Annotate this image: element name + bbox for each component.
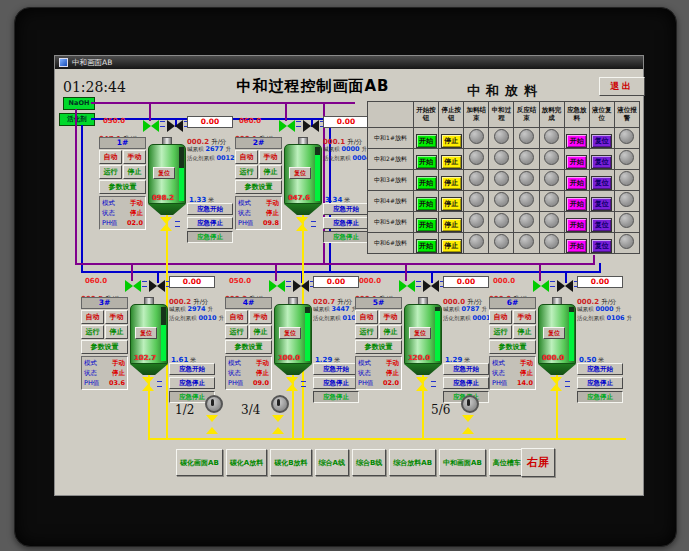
stop-button[interactable]: 停止 <box>123 165 146 179</box>
drain-valve-icon[interactable] <box>286 377 299 391</box>
emergency-discharge-button[interactable]: 开始 <box>566 134 587 148</box>
alkali-valve-icon[interactable] <box>269 280 285 293</box>
emergency-stop-button[interactable]: 应急停止 <box>323 217 369 229</box>
emergency-discharge-button[interactable]: 开始 <box>566 176 587 190</box>
emergency-stop-indicator[interactable]: 应急停止 <box>313 391 359 403</box>
emergency-start-button[interactable]: 应急开始 <box>443 363 489 375</box>
activator-valve-icon[interactable] <box>293 280 309 293</box>
emergency-stop-button[interactable]: 应急停止 <box>313 377 359 389</box>
run-button[interactable]: 运行 <box>225 325 248 339</box>
emergency-stop-indicator[interactable]: 应急停止 <box>577 391 623 403</box>
tank-reset-button[interactable]: 复位 <box>153 167 175 179</box>
nav-button[interactable]: 综合A线 <box>315 449 349 476</box>
auto-button[interactable]: 自动 <box>99 150 122 164</box>
alkali-valve-icon[interactable] <box>399 280 415 293</box>
pump-icon[interactable] <box>271 395 289 413</box>
auto-button[interactable]: 自动 <box>235 150 258 164</box>
params-button[interactable]: 参数设置 <box>81 340 128 354</box>
exit-button[interactable]: 退出 <box>599 77 645 96</box>
drain-valve-icon[interactable] <box>296 217 309 231</box>
emergency-discharge-button[interactable]: 开始 <box>566 239 587 253</box>
stop-button[interactable]: 停止 <box>513 325 536 339</box>
auto-button[interactable]: 自动 <box>225 310 248 324</box>
nav-button[interactable]: 综合B线 <box>352 449 386 476</box>
emergency-start-button[interactable]: 应急开始 <box>313 363 359 375</box>
stop-button[interactable]: 停止 <box>105 325 128 339</box>
emergency-stop-button[interactable]: 应急停止 <box>443 377 489 389</box>
activator-valve-icon[interactable] <box>557 280 573 293</box>
tank-reset-button[interactable]: 复位 <box>135 327 157 339</box>
emergency-stop-button[interactable]: 应急停止 <box>187 217 233 229</box>
level-reset-button[interactable]: 复位 <box>591 176 612 190</box>
emergency-stop-button[interactable]: 应急停止 <box>577 377 623 389</box>
start-button[interactable]: 开始 <box>416 176 437 190</box>
start-button[interactable]: 开始 <box>416 197 437 211</box>
alkali-valve-icon[interactable] <box>533 280 549 293</box>
tank-reset-button[interactable]: 复位 <box>279 327 301 339</box>
auto-button[interactable]: 自动 <box>81 310 104 324</box>
emergency-discharge-button[interactable]: 开始 <box>566 197 587 211</box>
emergency-start-button[interactable]: 应急开始 <box>187 203 233 215</box>
stop-button[interactable]: 停止 <box>441 218 462 232</box>
drain-valve-icon[interactable] <box>550 377 563 391</box>
run-button[interactable]: 运行 <box>235 165 258 179</box>
run-button[interactable]: 运行 <box>489 325 512 339</box>
start-button[interactable]: 开始 <box>416 155 437 169</box>
emergency-stop-indicator[interactable]: 应急停止 <box>187 231 233 243</box>
alkali-valve-icon[interactable] <box>125 280 141 293</box>
stop-button[interactable]: 停止 <box>379 325 402 339</box>
start-button[interactable]: 开始 <box>416 218 437 232</box>
auto-button[interactable]: 自动 <box>489 310 512 324</box>
pump-icon[interactable] <box>461 395 479 413</box>
level-reset-button[interactable]: 复位 <box>591 197 612 211</box>
tank-reset-button[interactable]: 复位 <box>543 327 565 339</box>
emergency-discharge-button[interactable]: 开始 <box>566 218 587 232</box>
emergency-stop-button[interactable]: 应急停止 <box>169 377 215 389</box>
tank-reset-button[interactable]: 复位 <box>409 327 431 339</box>
stop-button[interactable]: 停止 <box>441 239 462 253</box>
stop-button[interactable]: 停止 <box>249 325 272 339</box>
tank-reset-button[interactable]: 复位 <box>289 167 311 179</box>
stop-button[interactable]: 停止 <box>441 176 462 190</box>
run-button[interactable]: 运行 <box>99 165 122 179</box>
emergency-start-button[interactable]: 应急开始 <box>577 363 623 375</box>
emergency-discharge-button[interactable]: 开始 <box>566 155 587 169</box>
manual-button[interactable]: 手动 <box>123 150 146 164</box>
manual-button[interactable]: 手动 <box>105 310 128 324</box>
activator-valve-icon[interactable] <box>149 280 165 293</box>
manual-button[interactable]: 手动 <box>513 310 536 324</box>
nav-button[interactable]: 中和画面AB <box>439 449 486 476</box>
stop-button[interactable]: 停止 <box>441 155 462 169</box>
params-button[interactable]: 参数设置 <box>99 180 146 194</box>
auto-button[interactable]: 自动 <box>355 310 378 324</box>
drain-valve-icon[interactable] <box>416 377 429 391</box>
start-button[interactable]: 开始 <box>416 239 437 253</box>
level-reset-button[interactable]: 复位 <box>591 155 612 169</box>
params-button[interactable]: 参数设置 <box>355 340 402 354</box>
nav-button[interactable]: 综合放料AB <box>389 449 436 476</box>
nav-button[interactable]: 高位槽车 <box>489 449 525 476</box>
activator-valve-icon[interactable] <box>167 120 183 133</box>
alkali-valve-icon[interactable] <box>279 120 295 133</box>
emergency-start-button[interactable]: 应急开始 <box>169 363 215 375</box>
level-reset-button[interactable]: 复位 <box>591 239 612 253</box>
nav-button[interactable]: 碳化画面AB <box>176 449 223 476</box>
activator-valve-icon[interactable] <box>423 280 439 293</box>
run-button[interactable]: 运行 <box>81 325 104 339</box>
stop-button[interactable]: 停止 <box>441 134 462 148</box>
stop-button[interactable]: 停止 <box>441 197 462 211</box>
manual-button[interactable]: 手动 <box>249 310 272 324</box>
params-button[interactable]: 参数设置 <box>235 180 282 194</box>
activator-valve-icon[interactable] <box>303 120 319 133</box>
alkali-valve-icon[interactable] <box>143 120 159 133</box>
right-screen-button[interactable]: 右屏 <box>521 448 555 477</box>
window-titlebar[interactable]: 中和画面AB <box>55 56 643 69</box>
drain-valve-icon[interactable] <box>142 377 155 391</box>
pump-icon[interactable] <box>205 395 223 413</box>
emergency-start-button[interactable]: 应急开始 <box>323 203 369 215</box>
start-button[interactable]: 开始 <box>416 134 437 148</box>
emergency-stop-indicator[interactable]: 应急停止 <box>323 231 369 243</box>
run-button[interactable]: 运行 <box>355 325 378 339</box>
params-button[interactable]: 参数设置 <box>489 340 536 354</box>
stop-button[interactable]: 停止 <box>259 165 282 179</box>
